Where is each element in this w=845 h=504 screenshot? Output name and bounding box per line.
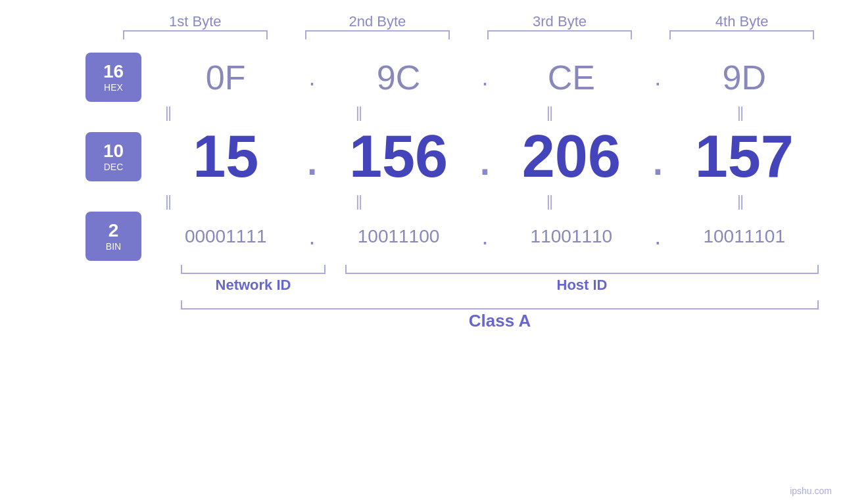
- dec-byte4: 157: [672, 123, 817, 191]
- bracket-4: [669, 30, 814, 39]
- bracket-2: [305, 30, 450, 39]
- network-id-label: Network ID: [181, 277, 326, 294]
- hex-dot3: .: [648, 64, 667, 91]
- eq1-2: ||: [286, 103, 431, 122]
- dec-byte1: 15: [153, 123, 298, 191]
- byte-headers: 1st Byte 2nd Byte 3rd Byte 4th Byte: [26, 13, 819, 30]
- dec-badge-number: 10: [103, 141, 124, 162]
- hex-byte2: 9C: [326, 58, 471, 97]
- dec-badge: 10 DEC: [85, 132, 141, 181]
- dec-byte2: 156: [326, 123, 471, 191]
- bottom-brackets: [26, 265, 819, 274]
- bin-byte1: 00001111: [153, 226, 298, 247]
- bin-dot2: .: [475, 223, 495, 250]
- class-bracket-row: [26, 300, 819, 309]
- equals-row-1: || || || ||: [26, 103, 819, 122]
- bin-badge: 2 BIN: [85, 212, 141, 261]
- bracket-3: [487, 30, 632, 39]
- eq1-3: ||: [477, 103, 621, 122]
- eq1-1: ||: [95, 103, 240, 122]
- network-bracket: [181, 265, 326, 274]
- eq2-1: ||: [95, 192, 240, 210]
- bin-dot1: .: [302, 223, 322, 250]
- dec-byte3: 206: [499, 123, 644, 191]
- bin-byte4: 10011101: [672, 226, 817, 247]
- eq2-4: ||: [667, 192, 812, 210]
- class-bracket: [181, 300, 819, 309]
- hex-badge: 16 HEX: [85, 53, 141, 102]
- equals-row-2: || || || ||: [26, 192, 819, 210]
- byte1-header: 1st Byte: [123, 13, 268, 30]
- hex-dot2: .: [475, 64, 495, 91]
- byte4-header: 4th Byte: [669, 13, 814, 30]
- eq2-3: ||: [477, 192, 621, 210]
- bin-byte2: 10011100: [326, 226, 471, 247]
- hex-row: 16 HEX 0F . 9C . CE . 9D: [26, 53, 819, 102]
- hex-badge-label: HEX: [104, 82, 123, 93]
- bin-byte3: 11001110: [499, 226, 644, 247]
- host-bracket: [345, 265, 819, 274]
- hex-dot1: .: [302, 64, 322, 91]
- top-brackets: [26, 30, 819, 39]
- byte2-header: 2nd Byte: [305, 13, 450, 30]
- eq1-4: ||: [667, 103, 812, 122]
- bin-badge-label: BIN: [106, 241, 121, 252]
- byte3-header: 3rd Byte: [487, 13, 632, 30]
- watermark: ipshu.com: [790, 486, 832, 496]
- bin-badge-number: 2: [109, 221, 119, 241]
- class-label-row: Class A: [26, 311, 819, 331]
- dec-dot3: .: [648, 127, 667, 187]
- network-host-labels: Network ID Host ID: [26, 277, 819, 294]
- host-id-label: Host ID: [345, 277, 819, 294]
- dec-badge-label: DEC: [104, 162, 124, 172]
- hex-byte1: 0F: [153, 58, 298, 97]
- hex-byte4: 9D: [672, 58, 817, 97]
- bin-row: 2 BIN 00001111 . 10011100 . 11001110 . 1…: [26, 212, 819, 261]
- bin-dot3: .: [648, 223, 667, 250]
- eq2-2: ||: [286, 192, 431, 210]
- dec-row: 10 DEC 15 . 156 . 206 . 157: [26, 123, 819, 191]
- main-container: 1st Byte 2nd Byte 3rd Byte 4th Byte 16 H…: [0, 0, 845, 504]
- hex-byte3: CE: [499, 58, 644, 97]
- dec-dot2: .: [475, 127, 495, 187]
- class-a-label: Class A: [181, 311, 819, 331]
- hex-badge-number: 16: [103, 62, 124, 82]
- bracket-1: [123, 30, 268, 39]
- dec-dot1: .: [302, 127, 322, 187]
